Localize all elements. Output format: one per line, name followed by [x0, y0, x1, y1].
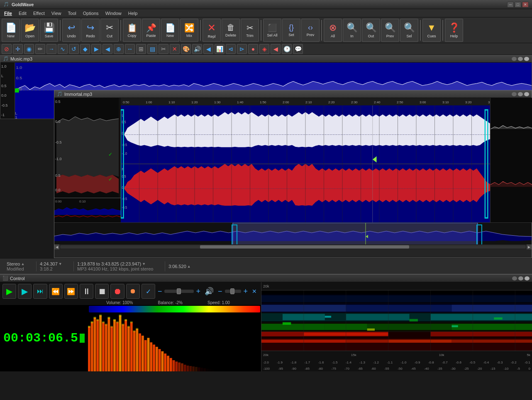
move-button[interactable]: ✛ [13, 44, 23, 54]
cues-button[interactable]: ▼ Cues [422, 19, 441, 42]
left-arrow-button[interactable]: ◀ [203, 44, 213, 54]
set-button[interactable]: {} Set [282, 19, 300, 42]
bal-slider-container[interactable] [225, 290, 241, 293]
menu-window[interactable]: Window [102, 10, 125, 17]
prev3-button[interactable]: ◀ [102, 44, 112, 54]
stretch-button[interactable]: ↔ [125, 44, 135, 54]
minimize-button[interactable]: ─ [507, 2, 514, 7]
stop-effect-button[interactable]: ⊘ [2, 44, 12, 54]
scroll-left-arrow[interactable]: ◀ [54, 244, 59, 249]
graph-button[interactable]: 📊 [215, 44, 225, 54]
vol-plus-btn[interactable]: + [195, 287, 202, 296]
bal-plus-btn[interactable]: + [243, 287, 249, 296]
red-diamond-button[interactable]: ◈ [259, 44, 269, 54]
trim-button[interactable]: ✂ Trim [241, 19, 259, 42]
prev-mark-button[interactable]: ⊲ [226, 44, 236, 54]
vol-thumb[interactable] [177, 288, 181, 294]
spectrum-button[interactable]: ▤ [147, 44, 157, 54]
menu-tool[interactable]: Tool [65, 10, 80, 17]
red-circle-button[interactable]: ● [248, 44, 258, 54]
fast-forward-button[interactable]: ⏩ [64, 284, 78, 299]
stop-button[interactable]: ⏹ [95, 284, 109, 299]
ctrl-maximize[interactable] [518, 276, 523, 280]
close-button[interactable]: ✕ [522, 2, 529, 7]
prev-button[interactable]: ‹› Prev [301, 19, 320, 42]
ctrl-minimize[interactable] [512, 276, 517, 280]
rewind-button[interactable]: ⏪ [49, 284, 63, 299]
status-selection-section[interactable]: 1:19.878 to 3:43.825 (2:23.947) ▼ MP3 44… [74, 261, 165, 271]
immortal-close[interactable] [524, 92, 529, 96]
record-sel-button[interactable]: ⏺ [126, 284, 140, 299]
maximize-button[interactable]: □ [515, 2, 521, 7]
volume-btn[interactable]: 🔊 [192, 44, 202, 54]
prev2-button[interactable]: 🔍 Prev [381, 19, 399, 42]
confirm-button[interactable]: ✓ [142, 284, 155, 299]
immortal-minimize[interactable] [512, 92, 517, 96]
right-arrow2-button[interactable]: ▶ [91, 44, 101, 54]
delete-button[interactable]: 🗑 Delete [222, 19, 240, 42]
horizontal-scrollbar[interactable]: ◀ ▶ [54, 244, 532, 249]
vol-slider-container[interactable] [164, 290, 193, 293]
diamond-button[interactable]: ◆ [80, 44, 90, 54]
play-button[interactable]: ▶ [2, 284, 16, 299]
undo-button[interactable]: ↩ Undo [62, 19, 81, 42]
redo-button[interactable]: ↪ Redo [81, 19, 100, 42]
cut2-button[interactable]: ✂ [159, 44, 168, 54]
replace-button[interactable]: ✕ Repl [203, 19, 221, 42]
record-button[interactable]: ⏺ [110, 284, 124, 299]
cut-button[interactable]: ✂ Cut [100, 19, 119, 42]
wave-button[interactable]: ∿ [58, 44, 68, 54]
zoom-circle-button[interactable]: ◉ [24, 44, 34, 54]
copy-button[interactable]: 📋 Copy [123, 19, 141, 42]
snap-button[interactable]: ⊞ [136, 44, 146, 54]
all-button[interactable]: ⊗ All [324, 19, 342, 42]
pencil-button[interactable]: ✏ [35, 44, 45, 54]
mark-button[interactable]: ⊳ [237, 44, 247, 54]
close-controls-btn[interactable]: ✕ [250, 288, 259, 295]
arrow-right-button[interactable]: → [46, 44, 56, 54]
mix-button[interactable]: 🔀 Mix [180, 19, 198, 42]
paste-button[interactable]: 📌 Paste [142, 19, 160, 42]
ctrl-close[interactable] [525, 276, 530, 280]
menu-options[interactable]: Options [80, 10, 102, 17]
play-next-button[interactable]: ⏭ [33, 284, 47, 299]
color-button[interactable]: 🎨 [181, 44, 191, 54]
music-close[interactable] [524, 57, 529, 61]
zoom-out-button[interactable]: 🔍 Out [362, 19, 380, 42]
red-arrow-button[interactable]: ◀ [271, 44, 281, 54]
menu-view[interactable]: View [48, 10, 65, 17]
main-waveform-display[interactable]: 0:50 1:00 1:10 1:20 1:30 1:40 1:50 2:00 … [121, 98, 490, 222]
play-selection-button[interactable]: ▶ [18, 284, 32, 299]
scroll-track[interactable] [60, 245, 526, 249]
comment-button[interactable]: 💬 [293, 44, 303, 54]
status-channel[interactable]: Stereo ▲ Modified [3, 261, 37, 271]
immortal-maximize[interactable] [518, 92, 523, 96]
new-button[interactable]: 📄 New [2, 19, 20, 42]
menu-help[interactable]: Help [125, 10, 141, 17]
x-button[interactable]: ✕ [170, 44, 180, 54]
menu-effect[interactable]: Effect [30, 10, 48, 17]
sel-button[interactable]: 🔍 Sel [400, 19, 418, 42]
new2-button[interactable]: 📄 New [161, 19, 179, 42]
music-maximize[interactable] [518, 57, 523, 61]
help-button[interactable]: ❓ Help [445, 19, 463, 42]
bal-thumb[interactable] [230, 288, 234, 294]
overview-strip[interactable]: 0:00 0:10 0:20 0:30 0:40 0:50 1:00 1:10 … [54, 222, 532, 249]
status-duration-section[interactable]: 4:24.307 ▼ 3:18.2 [37, 261, 74, 271]
scroll-thumb[interactable] [200, 245, 410, 249]
menu-file[interactable]: File [1, 10, 15, 17]
music-minimize[interactable] [512, 57, 517, 61]
open-button[interactable]: 📂 Open [21, 19, 39, 42]
clock-button[interactable]: 🕐 [282, 44, 292, 54]
undo2-button[interactable]: ↺ [69, 44, 79, 54]
selall-button[interactable]: ⬛ Sel All [263, 19, 281, 42]
status-position-section[interactable]: 3:06.520 ▲ [165, 264, 194, 269]
save-button[interactable]: 💾 Save [40, 19, 58, 42]
zoom-in-button[interactable]: 🔍 In [343, 19, 361, 42]
vol-minus-btn[interactable]: − [157, 287, 163, 296]
pause-button[interactable]: ⏸ [80, 284, 93, 299]
scroll-right-arrow[interactable]: ▶ [527, 244, 532, 249]
bal-minus-btn[interactable]: − [217, 287, 223, 296]
move2-button[interactable]: ⊕ [114, 44, 124, 54]
menu-edit[interactable]: Edit [15, 10, 30, 17]
